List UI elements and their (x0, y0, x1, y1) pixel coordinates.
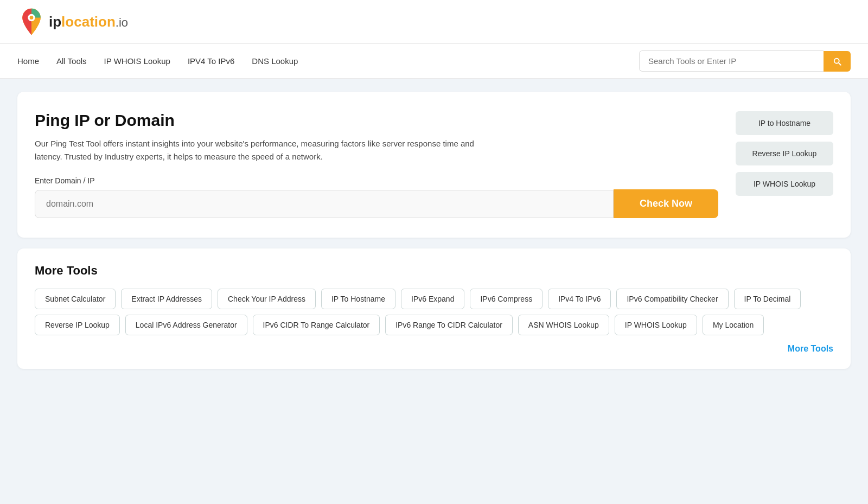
navbar: Home All Tools IP WHOIS Lookup IPV4 To I… (0, 44, 868, 79)
tool-tag-local-ipv6-generator[interactable]: Local IPv6 Address Generator (125, 315, 247, 335)
tool-tag-ipv6-compatibility-checker[interactable]: IPv6 Compatibility Checker (616, 289, 728, 309)
svg-point-1 (30, 16, 34, 20)
ping-card: Ping IP or Domain Our Ping Test Tool off… (17, 92, 851, 238)
side-tool-ip-whois[interactable]: IP WHOIS Lookup (736, 172, 833, 196)
more-tools-title: More Tools (35, 264, 833, 278)
tool-tag-ipv6-compress[interactable]: IPv6 Compress (470, 289, 542, 309)
logo-ip: ip (49, 14, 61, 30)
nav-dns-lookup[interactable]: DNS Lookup (252, 56, 298, 66)
logo-io: .io (116, 16, 128, 29)
more-tools-link[interactable]: More Tools (788, 344, 833, 353)
tool-tag-reverse-ip-lookup[interactable]: Reverse IP Lookup (35, 315, 120, 335)
tool-tag-my-location[interactable]: My Location (703, 315, 764, 335)
logo-icon (17, 8, 46, 36)
nav-ipv4-ipv6[interactable]: IPV4 To IPv6 (188, 56, 234, 66)
tool-tag-ip-whois-lookup[interactable]: IP WHOIS Lookup (615, 315, 697, 335)
tool-tag-ipv6-expand[interactable]: IPv6 Expand (401, 289, 464, 309)
ping-input-label: Enter Domain / IP (35, 176, 718, 185)
search-wrapper (639, 50, 851, 72)
ping-domain-input[interactable] (35, 190, 614, 218)
logo[interactable]: iplocation.io (17, 8, 128, 36)
tools-grid: Subnet CalculatorExtract IP AddressesChe… (35, 289, 833, 335)
tool-tag-ipv6-cidr-to-range[interactable]: IPv6 CIDR To Range Calculator (253, 315, 380, 335)
nav-links: Home All Tools IP WHOIS Lookup IPV4 To I… (17, 56, 298, 66)
tool-tag-ipv4-to-ipv6[interactable]: IPv4 To IPv6 (548, 289, 611, 309)
ping-description: Our Ping Test Tool offers instant insigh… (35, 137, 480, 163)
tool-tag-asn-whois-lookup[interactable]: ASN WHOIS Lookup (518, 315, 609, 335)
tool-tag-check-your-ip[interactable]: Check Your IP Address (218, 289, 316, 309)
nav-ip-whois[interactable]: IP WHOIS Lookup (104, 56, 170, 66)
search-button[interactable] (824, 51, 851, 72)
tool-tag-ip-to-hostname[interactable]: IP To Hostname (321, 289, 395, 309)
ping-input-row: Check Now (35, 189, 718, 218)
tool-tag-subnet-calculator[interactable]: Subnet Calculator (35, 289, 116, 309)
search-icon (832, 56, 842, 66)
ping-check-button[interactable]: Check Now (614, 189, 718, 218)
main-content: Ping IP or Domain Our Ping Test Tool off… (0, 79, 868, 382)
search-input[interactable] (639, 50, 824, 72)
ping-title: Ping IP or Domain (35, 111, 718, 130)
side-tool-reverse-ip[interactable]: Reverse IP Lookup (736, 142, 833, 165)
ping-side-tools: IP to Hostname Reverse IP Lookup IP WHOI… (736, 111, 833, 218)
tool-tag-extract-ip-addresses[interactable]: Extract IP Addresses (121, 289, 212, 309)
nav-all-tools[interactable]: All Tools (56, 56, 87, 66)
logo-location: location (61, 14, 116, 30)
tool-tag-ipv6-range-to-cidr[interactable]: IPv6 Range To CIDR Calculator (385, 315, 513, 335)
side-tool-ip-to-hostname[interactable]: IP to Hostname (736, 111, 833, 135)
nav-home[interactable]: Home (17, 56, 39, 66)
ping-card-left: Ping IP or Domain Our Ping Test Tool off… (35, 111, 718, 218)
header: iplocation.io (0, 0, 868, 44)
more-tools-card: More Tools Subnet CalculatorExtract IP A… (17, 248, 851, 369)
tool-tag-ip-to-decimal[interactable]: IP To Decimal (734, 289, 801, 309)
tools-footer: More Tools (35, 344, 833, 354)
